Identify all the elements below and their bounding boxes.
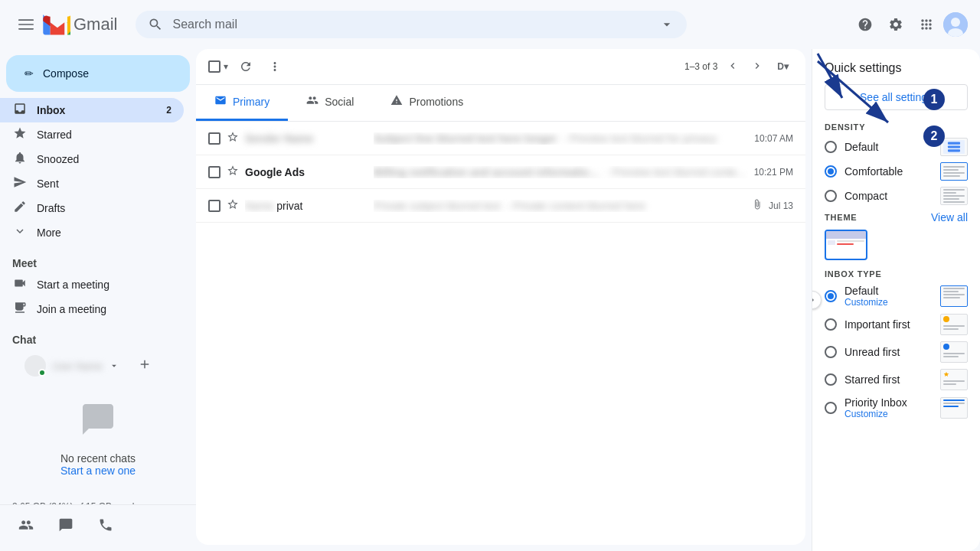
inbox-type-unread[interactable]: Unread first [825,341,968,363]
theme-content [837,240,864,245]
inbox-type-important[interactable]: Important first [825,314,968,335]
email-subject-1: Subject line blurred text here longer [374,132,557,145]
sidebar-item-starred[interactable]: Starred [0,122,184,147]
inbox-type-priority[interactable]: Priority Inbox Customize [825,396,968,419]
search-input[interactable] [172,18,650,31]
theme-section-label: THEME [825,213,858,222]
theme-preview[interactable] [825,230,867,260]
sidebar-more-label: More [37,227,61,239]
density-default[interactable]: Default [825,138,968,156]
inbox-priority-preview [940,397,968,419]
email-star-1[interactable] [227,131,239,146]
email-subject-2: Billing notification and account informa… [374,166,599,178]
sidebar-item-snoozed[interactable]: Snoozed [0,147,184,171]
svg-rect-6 [948,142,960,145]
social-tab-icon [306,94,318,109]
density-compact-radio[interactable] [825,190,837,202]
email-content-2: Billing notification and account informa… [374,166,748,178]
sidebar-item-inbox[interactable]: Inbox 2 [0,98,184,122]
inbox-priority-labels: Priority Inbox Customize [844,396,933,419]
inbox-unread-preview [940,341,968,363]
help-button[interactable] [851,11,879,38]
prev-page-button[interactable] [724,57,742,77]
email-star-3[interactable] [227,198,239,214]
inbox-starred-label: Starred first [844,373,933,386]
more-options-button[interactable] [263,55,286,78]
density-comfortable-radio[interactable] [825,165,837,178]
inbox-type-default-radio[interactable] [825,290,837,302]
select-all-checkbox[interactable] [208,60,220,73]
density-compact[interactable]: Compact [825,187,968,205]
add-chat-button[interactable] [135,354,155,378]
sidebar-item-drafts[interactable]: Drafts [0,196,184,220]
sidebar-item-join-meeting[interactable]: Join a meeting [0,297,184,321]
drafts-icon [12,200,28,217]
email-time-2: 10:21 PM [754,167,793,178]
inbox-type-default[interactable]: Default Customize [825,285,968,308]
density-comfortable-preview [940,162,968,181]
email-attachment-3 [752,199,763,212]
view-all-themes-link[interactable]: View all [931,211,968,223]
email-star-2[interactable] [227,165,239,180]
main-area: ✏ Compose Inbox 2 [0,49,980,551]
density-default-radio[interactable] [825,141,837,153]
inbox-default-customize[interactable]: Customize [844,297,933,308]
next-page-button[interactable] [748,57,766,77]
sidebar-item-sent[interactable]: Sent [0,171,184,196]
join-meeting-label: Join a meeting [37,303,106,315]
start-chat-link[interactable]: Start a new one [60,465,136,477]
select-dropdown[interactable]: ▾ [224,61,228,72]
svg-rect-7 [948,145,960,148]
phone-icon-button[interactable] [92,511,119,539]
avatar[interactable] [943,12,968,37]
email-list: Sender Name Subject line blurred text he… [196,122,805,545]
inbox-important-preview [940,314,968,335]
density-default-label: Default [844,141,933,153]
apps-button[interactable] [913,11,940,38]
refresh-button[interactable] [234,55,257,78]
chat-actions: User Name [0,349,196,383]
start-meeting-label: Start a meeting [37,279,109,291]
email-checkbox-1[interactable] [208,132,220,145]
email-checkbox-3[interactable] [208,200,220,212]
inbox-type-important-radio[interactable] [825,318,837,331]
see-all-settings-button[interactable]: See all settings [825,84,968,110]
primary-tab-icon [214,94,227,109]
chat-icon-button[interactable] [52,511,80,539]
email-content-3: Private subject blurred text - Private c… [374,200,746,212]
svg-point-4 [951,18,960,27]
meet-section-label: Meet [0,251,196,272]
people-icon-button[interactable] [12,511,40,539]
sidebar-item-start-meeting[interactable]: Start a meeting [0,272,184,297]
inbox-priority-customize[interactable]: Customize [844,409,933,419]
hamburger-button[interactable] [12,11,40,38]
email-checkbox-2[interactable] [208,166,220,178]
table-row[interactable]: Sender Name Subject line blurred text he… [196,122,805,155]
join-icon [12,301,28,318]
tab-promotions[interactable]: Promotions [372,85,482,121]
settings-button[interactable] [882,11,910,38]
svg-rect-1 [18,24,34,25]
tab-social[interactable]: Social [288,85,372,121]
table-row[interactable]: Name privat Private subject blurred text… [196,189,805,223]
search-dropdown-icon[interactable] [659,17,675,32]
display-density-button[interactable]: D▾ [773,57,793,77]
email-sender-2: Google Ads [245,166,368,178]
sidebar-item-more[interactable]: More [0,220,184,245]
inbox-type-starred-radio[interactable] [825,373,837,386]
table-row[interactable]: Google Ads Billing notification and acco… [196,155,805,189]
inbox-type-starred[interactable]: Starred first [825,369,968,390]
quick-settings-panel: Quick settings See all settings DENSITY … [812,49,980,551]
collapse-panel-button[interactable] [812,291,822,309]
compose-button[interactable]: ✏ Compose [6,55,190,92]
sidebar: ✏ Compose Inbox 2 [0,49,196,551]
email-content-1: Subject line blurred text here longer - … [374,132,748,145]
tab-primary[interactable]: Primary [196,85,288,121]
inbox-type-priority-radio[interactable] [825,402,837,414]
gmail-text: Gmail [74,15,117,34]
chat-user[interactable]: User Name [12,352,132,380]
sidebar-sent-label: Sent [37,178,59,190]
chat-avatar [24,355,46,377]
density-comfortable[interactable]: Comfortable [825,162,968,181]
inbox-type-unread-radio[interactable] [825,346,837,358]
